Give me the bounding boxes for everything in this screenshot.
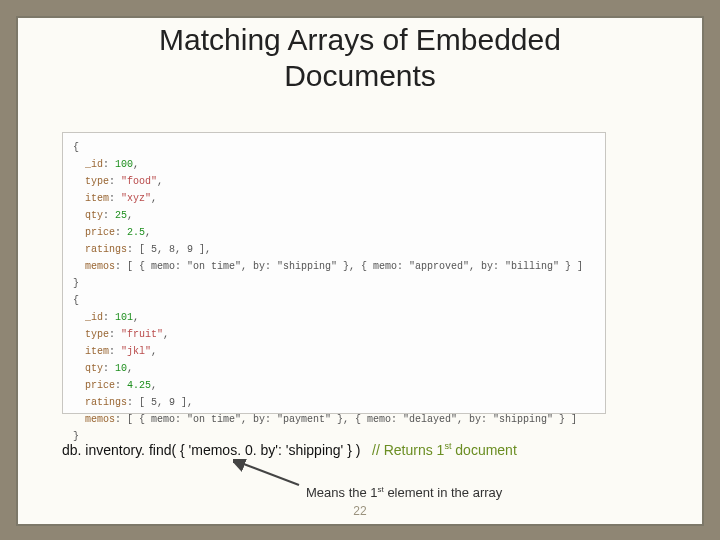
code-line: price: 2.5, — [73, 224, 595, 241]
code-line: memos: [ { memo: "on time", by: "shippin… — [73, 258, 595, 275]
code-line: _id: 100, — [73, 156, 595, 173]
title-line-2: Documents — [284, 59, 436, 92]
code-line: } — [73, 275, 595, 292]
code-line: ratings: [ 5, 9 ], — [73, 394, 595, 411]
page-number: 22 — [18, 504, 702, 518]
code-line: { — [73, 139, 595, 156]
code-line: qty: 10, — [73, 360, 595, 377]
code-line: memos: [ { memo: "on time", by: "payment… — [73, 411, 595, 428]
query-line: db. inventory. find( { 'memos. 0. by': '… — [62, 441, 517, 458]
code-line: qty: 25, — [73, 207, 595, 224]
svg-line-0 — [241, 463, 299, 485]
content-panel: Matching Arrays of Embedded Documents { … — [16, 16, 704, 526]
query-comment: // Returns 1st document — [372, 442, 517, 458]
title-line-1: Matching Arrays of Embedded — [159, 23, 561, 56]
code-line: { — [73, 292, 595, 309]
code-line: type: "fruit", — [73, 326, 595, 343]
slide: Matching Arrays of Embedded Documents { … — [0, 0, 720, 540]
code-line: _id: 101, — [73, 309, 595, 326]
arrow-icon — [233, 459, 303, 489]
code-line: item: "xyz", — [73, 190, 595, 207]
code-line: type: "food", — [73, 173, 595, 190]
code-block: { _id: 100, type: "food", item: "xyz", q… — [62, 132, 606, 414]
code-line: item: "jkl", — [73, 343, 595, 360]
query-text: db. inventory. find( { 'memos. 0. by': '… — [62, 442, 360, 458]
code-line: ratings: [ 5, 8, 9 ], — [73, 241, 595, 258]
code-line: price: 4.25, — [73, 377, 595, 394]
slide-title: Matching Arrays of Embedded Documents — [18, 22, 702, 94]
arrow-caption: Means the 1st element in the array — [306, 485, 502, 500]
